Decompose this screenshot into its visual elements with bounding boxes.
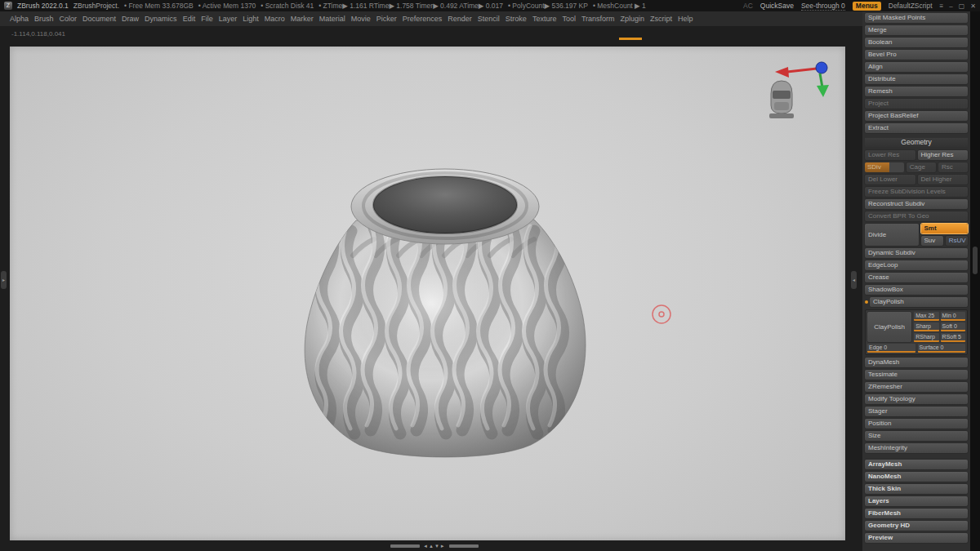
button-bevel-pro[interactable]: Bevel Pro xyxy=(865,50,968,60)
section-crease[interactable]: Crease xyxy=(865,273,968,282)
menus-button[interactable]: Menus xyxy=(853,2,881,11)
section-dynamic-subdiv[interactable]: Dynamic Subdiv xyxy=(865,248,968,258)
section-meshintegrity[interactable]: MeshIntegrity xyxy=(865,443,968,453)
menu-stencil[interactable]: Stencil xyxy=(478,15,500,23)
menu-macro[interactable]: Macro xyxy=(265,15,285,23)
menu-dynamics[interactable]: Dynamics xyxy=(145,15,177,23)
menu-marker[interactable]: Marker xyxy=(291,15,314,23)
claypolish-edge-slider[interactable]: Edge 0 xyxy=(867,344,915,353)
section-dynamesh[interactable]: DynaMesh xyxy=(865,358,968,367)
claypolish-rsoft-slider[interactable]: RSoft 5 xyxy=(941,333,965,342)
section-zremesher[interactable]: ZRemesher xyxy=(865,382,968,392)
button-remesh[interactable]: Remesh xyxy=(865,87,968,96)
menu-color[interactable]: Color xyxy=(60,15,78,23)
button-merge[interactable]: Merge xyxy=(865,25,968,35)
button-del-lower[interactable]: Del Lower xyxy=(865,175,915,184)
geometry-section-header[interactable]: Geometry xyxy=(865,138,968,147)
section-layers[interactable]: Layers xyxy=(865,496,968,506)
menu-picker[interactable]: Picker xyxy=(376,15,397,23)
claypolish-soft-slider[interactable]: Soft 0 xyxy=(941,322,965,331)
panel-scrollbar[interactable] xyxy=(970,11,980,551)
button-distribute[interactable]: Distribute xyxy=(865,74,968,84)
section-fibermesh[interactable]: FiberMesh xyxy=(865,509,968,518)
button-rsc[interactable]: Rsc xyxy=(938,162,968,172)
button-lower-res[interactable]: Lower Res xyxy=(865,150,915,160)
see-through-slider[interactable]: See-through 0 xyxy=(801,2,845,11)
section-size[interactable]: Size xyxy=(865,431,968,441)
claypolish-apply-button[interactable]: ClayPolish xyxy=(867,312,911,342)
document-canvas[interactable] xyxy=(10,47,845,540)
claypolish-sharp-slider[interactable]: Sharp xyxy=(914,322,938,331)
button-boolean[interactable]: Boolean xyxy=(865,38,968,47)
menu-draw[interactable]: Draw xyxy=(122,15,139,23)
button-align[interactable]: Align xyxy=(865,62,968,72)
menu-alpha[interactable]: Alpha xyxy=(10,15,29,23)
section-arraymesh[interactable]: ArrayMesh xyxy=(865,460,968,469)
camera-head-icon[interactable] xyxy=(769,81,794,118)
section-tessimate[interactable]: Tessimate xyxy=(865,370,968,380)
menu-render[interactable]: Render xyxy=(448,15,472,23)
menu-document[interactable]: Document xyxy=(82,15,116,23)
minimize-icon[interactable]: – xyxy=(949,2,952,10)
section-preview[interactable]: Preview xyxy=(865,533,968,543)
left-tray-handle[interactable]: ▸ xyxy=(1,271,7,289)
sculpted-model[interactable] xyxy=(305,169,586,457)
close-icon[interactable]: ✕ xyxy=(970,2,976,10)
quicksave-button[interactable]: QuickSave xyxy=(760,2,794,10)
section-position[interactable]: Position xyxy=(865,419,968,429)
claypolish-rsharp-slider[interactable]: RSharp xyxy=(914,333,938,342)
menu-texture[interactable]: Texture xyxy=(532,15,557,23)
section-nanomesh[interactable]: NanoMesh xyxy=(865,472,968,482)
section-modify-topology[interactable]: Modify Topology xyxy=(865,394,968,404)
maximize-icon[interactable]: ▢ xyxy=(959,2,965,10)
panel-scrollbar-thumb[interactable] xyxy=(973,247,978,274)
stat-scratch-disk: • Scratch Disk 41 xyxy=(261,2,314,10)
sdiv-slider[interactable]: SDiv xyxy=(865,162,904,172)
menu-zplugin[interactable]: Zplugin xyxy=(621,15,645,23)
section-shadowbox[interactable]: ShadowBox xyxy=(865,285,968,295)
section-geometry-hd[interactable]: Geometry HD xyxy=(865,521,968,531)
canvas-nav-widget[interactable]: ◄▲▼► xyxy=(390,544,479,549)
menu-tool[interactable]: Tool xyxy=(562,15,576,23)
nav-bar-left[interactable] xyxy=(390,544,420,548)
section-edgeloop[interactable]: EdgeLoop xyxy=(865,260,968,270)
button-divide[interactable]: Divide xyxy=(865,224,919,246)
right-tray-handle[interactable]: ◂ xyxy=(851,271,857,289)
button-convert-bpr-to-geo[interactable]: Convert BPR To Geo xyxy=(865,211,968,221)
button-project[interactable]: Project xyxy=(865,99,968,109)
nav-arrows-icon[interactable]: ◄▲▼► xyxy=(423,544,446,549)
menu-zscript[interactable]: Zscript xyxy=(650,15,672,23)
menu-light[interactable]: Light xyxy=(243,15,259,23)
toggle-smt[interactable]: Smt xyxy=(921,224,969,233)
menu-help[interactable]: Help xyxy=(678,15,693,23)
menu-transform[interactable]: Transform xyxy=(581,15,615,23)
window-menu-icon[interactable]: ≡ xyxy=(940,2,944,10)
button-reconstruct-subdiv[interactable]: Reconstruct Subdiv xyxy=(865,199,968,209)
menu-preferences[interactable]: Preferences xyxy=(403,15,443,23)
claypolish-min-slider[interactable]: Min 0 xyxy=(941,312,965,321)
button-split-masked-points[interactable]: Split Masked Points xyxy=(865,13,968,23)
toggle-rsuv[interactable]: RsUV xyxy=(946,236,968,246)
button-project-basrelief[interactable]: Project BasRelief xyxy=(865,111,968,121)
button-cage[interactable]: Cage xyxy=(906,162,936,172)
button-freeze-subdivision-levels[interactable]: Freeze SubDivision Levels xyxy=(865,187,968,197)
menu-layer[interactable]: Layer xyxy=(219,15,238,23)
nav-bar-right[interactable] xyxy=(449,544,479,548)
section-stager[interactable]: Stager xyxy=(865,407,968,416)
section-thick-skin[interactable]: Thick Skin xyxy=(865,484,968,494)
menu-edit[interactable]: Edit xyxy=(183,15,196,23)
button-extract[interactable]: Extract xyxy=(865,123,968,133)
claypolish-max-slider[interactable]: Max 25 xyxy=(914,312,938,321)
button-higher-res[interactable]: Higher Res xyxy=(918,150,969,160)
default-zscript-button[interactable]: DefaultZScript xyxy=(889,2,933,10)
tool-panel: Split Masked Points Merge Boolean Bevel … xyxy=(862,11,970,551)
toggle-suv[interactable]: Suv xyxy=(921,236,943,246)
menu-material[interactable]: Material xyxy=(319,15,345,23)
menu-stroke[interactable]: Stroke xyxy=(506,15,527,23)
claypolish-surface-slider[interactable]: Surface 0 xyxy=(918,344,966,353)
menu-movie[interactable]: Movie xyxy=(351,15,371,23)
menu-file[interactable]: File xyxy=(201,15,213,23)
section-claypolish[interactable]: ClayPolish xyxy=(870,297,968,307)
button-del-higher[interactable]: Del Higher xyxy=(918,175,969,184)
menu-brush[interactable]: Brush xyxy=(34,15,54,23)
